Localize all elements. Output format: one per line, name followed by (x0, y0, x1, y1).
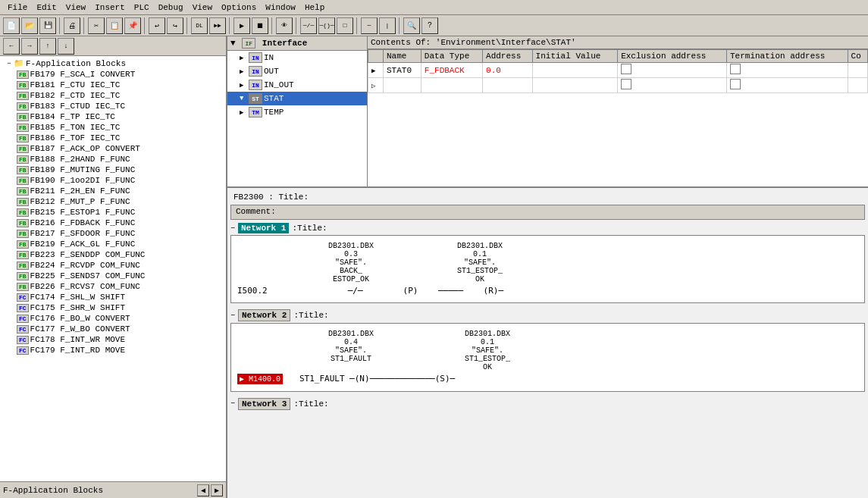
left-resize-btn2[interactable]: ▶ (211, 484, 223, 496)
tree-item-fb216[interactable]: FB FB216 F_FDBACK F_FUNC (2, 218, 224, 228)
exclusion2-checkbox[interactable] (621, 79, 631, 89)
iface-expand-inout[interactable]: ▶ (240, 81, 249, 89)
menu-edit[interactable]: Edit (32, 2, 61, 14)
tb-contacts[interactable]: ─/─ (300, 17, 317, 34)
tree-item-fb179[interactable]: FB FB179 F_SCA_I CONVERT (2, 69, 224, 80)
tree-item-fb217[interactable]: FB FB217 F_SFDOOR F_FUNC (2, 228, 224, 239)
termination-checkbox[interactable] (730, 64, 741, 74)
row2-datatype[interactable] (421, 78, 482, 93)
tree-item-fb184[interactable]: FB FB184 F_TP IEC_TC (2, 111, 224, 122)
tree-item-fc174[interactable]: FC FC174 F_SHL_W SHIFT (2, 292, 224, 302)
interface-root-expand[interactable]: ▼ (230, 39, 236, 48)
tree-item-fb224[interactable]: FB FB224 F_RCVDP COM_FUNC (2, 260, 224, 271)
tree-item-fb182[interactable]: FB FB182 F_CTD IEC_TC (2, 90, 224, 101)
col-header-termination[interactable]: Termination address (727, 50, 848, 63)
tb-wire-v[interactable]: | (379, 17, 396, 34)
row-exclusion[interactable] (618, 63, 727, 78)
tree-item-fc178[interactable]: FC FC178 F_INT_WR MOVE (2, 334, 224, 345)
left-tb-btn4[interactable]: ↓ (58, 38, 74, 55)
row-address[interactable]: 0.0 (483, 63, 533, 78)
exclusion-checkbox[interactable] (621, 64, 631, 74)
row-co[interactable] (848, 63, 867, 78)
iface-item-out[interactable]: ▶ IN OUT (227, 64, 367, 78)
row-initial[interactable] (532, 63, 618, 78)
tree-root-f-app-blocks[interactable]: − 📁 F-Application Blocks (2, 58, 224, 69)
network1-collapse[interactable]: − (230, 224, 235, 233)
tree-item-fb186[interactable]: FB FB186 F_TOF IEC_TC (2, 133, 224, 143)
left-tb-btn2[interactable]: → (21, 38, 38, 55)
tree-item-fb211[interactable]: FB FB211 F_2H_EN F_FUNC (2, 186, 224, 196)
iface-item-in[interactable]: ▶ IN IN (227, 51, 367, 64)
tb-open[interactable]: 📂 (21, 17, 38, 34)
col-header-name[interactable]: Name (384, 50, 421, 63)
row2-exclusion[interactable] (618, 78, 727, 93)
left-tb-btn3[interactable]: ↑ (39, 38, 56, 55)
row2-initial[interactable] (532, 78, 618, 93)
tree-item-fb181[interactable]: FB FB181 F_CTU IEC_TC (2, 80, 224, 90)
tree-item-fb185[interactable]: FB FB185 F_TON IEC_TC (2, 122, 224, 133)
row2-name[interactable] (384, 78, 421, 93)
col-header-address[interactable]: Address (483, 50, 533, 63)
tb-paste[interactable]: 📌 (124, 17, 141, 34)
tree-item-fb226[interactable]: FB FB226 F_RCVS7 COM_FUNC (2, 281, 224, 292)
menu-insert[interactable]: Insert (90, 2, 130, 14)
menu-help[interactable]: Help (300, 2, 329, 14)
left-tb-btn1[interactable]: ← (3, 38, 20, 55)
tree-item-fb187[interactable]: FB FB187 F_ACK_OP CONVERT (2, 143, 224, 154)
iface-expand-temp[interactable]: ▶ (240, 108, 249, 117)
expand-icon[interactable]: − (5, 60, 14, 67)
tb-cut[interactable]: ✂ (88, 17, 105, 34)
iface-expand-in[interactable]: ▶ (240, 54, 249, 62)
tb-copy[interactable]: 📋 (106, 17, 123, 34)
tb-coil[interactable]: ─()─ (318, 17, 335, 34)
iface-expand-stat[interactable]: ▼ (240, 95, 249, 102)
tb-monitor[interactable]: 👁 (276, 17, 293, 34)
row-termination[interactable] (727, 63, 848, 78)
tree-item-fb190[interactable]: FB FB190 F_1oo2DI F_FUNC (2, 175, 224, 186)
tb-download[interactable]: DL (191, 17, 208, 34)
menu-options[interactable]: Options (217, 2, 261, 14)
tb-new[interactable]: 📄 (3, 17, 20, 34)
tb-save[interactable]: 💾 (39, 17, 56, 34)
tree-item-fb225[interactable]: FB FB225 F_SENDS7 COM_FUNC (2, 271, 224, 281)
tree-item-fc179[interactable]: FC FC179 F_INT_RD MOVE (2, 345, 224, 355)
row-name[interactable]: STAT0 (384, 63, 421, 78)
tb-zoom-in[interactable]: 🔍 (403, 17, 420, 34)
iface-item-stat[interactable]: ▼ ST STAT (227, 92, 367, 105)
tree-item-fb215[interactable]: FB FB215 F_ESTOP1 F_FUNC (2, 207, 224, 218)
termination2-checkbox[interactable] (730, 79, 741, 89)
col-header-initial[interactable]: Initial Value (532, 50, 618, 63)
tree-item-fb212[interactable]: FB FB212 F_MUT_P F_FUNC (2, 196, 224, 207)
tb-box[interactable]: □ (337, 17, 353, 34)
menu-debug[interactable]: Debug (154, 2, 188, 14)
iface-expand-out[interactable]: ▶ (240, 67, 249, 76)
tb-run[interactable]: ▶ (233, 17, 250, 34)
menu-view2[interactable]: View (188, 2, 217, 14)
tree-item-fb183[interactable]: FB FB183 F_CTUD IEC_TC (2, 101, 224, 111)
row2-address[interactable] (483, 78, 533, 93)
tb-redo[interactable]: ↪ (167, 17, 183, 34)
tb-transfer[interactable]: ▶▶ (209, 17, 226, 34)
col-header-co[interactable]: Co (848, 50, 867, 63)
tree-item-fc177[interactable]: FC FC177 F_W_BO CONVERT (2, 324, 224, 334)
iface-item-inout[interactable]: ▶ IN IN_OUT (227, 78, 367, 92)
col-header-datatype[interactable]: Data Type (421, 50, 482, 63)
tb-wire-h[interactable]: ─ (361, 17, 378, 34)
row2-co[interactable] (848, 78, 867, 93)
menu-file[interactable]: File (3, 2, 32, 14)
menu-window[interactable]: Window (261, 2, 300, 14)
row2-termination[interactable] (727, 78, 848, 93)
left-resize-btn[interactable]: ◀ (197, 484, 209, 496)
tree-item-fb223[interactable]: FB FB223 F_SENDDP COM_FUNC (2, 249, 224, 260)
tree-item-fc176[interactable]: FC FC176 F_BO_W CONVERT (2, 313, 224, 324)
tree-item-fc175[interactable]: FC FC175 F_SHR_W SHIFT (2, 302, 224, 313)
menu-plc[interactable]: PLC (130, 2, 154, 14)
tb-undo[interactable]: ↩ (149, 17, 165, 34)
tb-print[interactable]: 🖨 (64, 17, 80, 34)
tree-item-fb219[interactable]: FB FB219 F_ACK_GL F_FUNC (2, 239, 224, 249)
tree-item-fb189[interactable]: FB FB189 F_MUTING F_FUNC (2, 164, 224, 175)
network3-collapse[interactable]: − (230, 399, 235, 408)
menu-view[interactable]: View (61, 2, 90, 14)
tb-stop[interactable]: ⏹ (252, 17, 268, 34)
tb-help[interactable]: ? (421, 17, 438, 34)
